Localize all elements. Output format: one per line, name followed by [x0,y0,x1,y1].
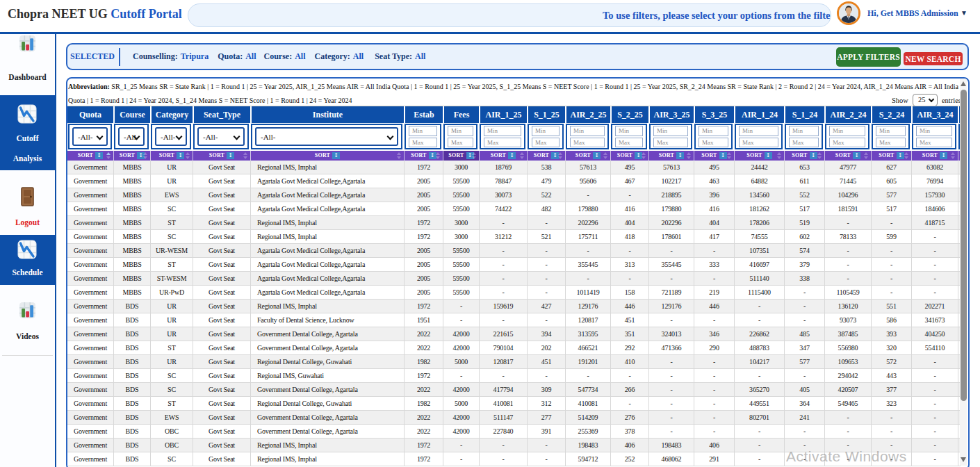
filter-max-input-s_2_25[interactable]: Max [615,138,643,148]
filter-min-input-air_1_25[interactable]: Min [484,126,521,136]
cell-air_3_24: - [911,230,958,244]
cell-s_1_24: - [784,313,824,327]
sort-button-course[interactable]: SORT↕ [113,151,150,161]
cell-s_2_24: 320 [871,341,911,355]
cell-s_2_24: 627 [871,161,911,174]
sort-button-institute[interactable]: SORT↕ [250,151,404,161]
vertical-scrollbar[interactable] [960,79,967,466]
sort-button-estab[interactable]: SORT↕ [404,151,443,161]
cell-air_3_25: - [648,272,694,286]
sidebar-item-dashboard[interactable]: Dashboard [0,34,55,94]
chevron-down-icon[interactable]: ▼ [961,9,967,17]
filter-min-input-s_1_25[interactable]: Min [532,126,560,136]
filter-max-input-estab[interactable]: Max [409,138,437,148]
sidebar-item-schedule[interactable]: Schedule [0,235,55,285]
cell-s_2_25: 158 [610,286,648,300]
cell-fees: 42000 [443,327,479,341]
filter-max-input-s_2_24[interactable]: Max [876,138,906,148]
table-row: GovernmentBDSURGovt SeatRegional Dental … [67,355,961,369]
sort-button-air_3_24[interactable]: SORT↕ [911,151,958,161]
filter-max-input-fees[interactable]: Max [448,138,473,148]
cell-course: BDS [113,355,150,369]
criterion-category: Category:All [315,51,364,62]
sidebar-item-videos[interactable]: Videos [0,300,55,350]
sidebar-item-logout[interactable]: Logout [0,186,55,236]
filter-max-input-s_1_24[interactable]: Max [789,138,819,148]
filter-select-course[interactable]: -All- [118,127,145,146]
sort-button-s_3_25[interactable]: SORT↕ [694,151,734,161]
filter-min-input-s_2_25[interactable]: Min [615,126,643,136]
sort-button-s_2_24[interactable]: SORT↕ [871,151,911,161]
filter-select-quota[interactable]: -All- [72,127,108,146]
filter-select-category[interactable]: -All- [155,127,187,146]
filter-min-input-estab[interactable]: Min [409,126,437,136]
filter-cell-s_1_25: MinMax [527,123,565,151]
sort-button-s_1_25[interactable]: SORT↕ [527,151,565,161]
sort-updown-icon: ↕ [177,152,184,159]
cell-s_1_25: 427 [527,300,565,313]
sort-button-air_1_24[interactable]: SORT↕ [734,151,784,161]
sort-button-quota[interactable]: SORT↕ [67,151,113,161]
activate-windows-watermark: Activate Windows [786,448,907,465]
filter-min-input-fees[interactable]: Min [448,126,473,136]
cell-quota: Government [67,300,113,313]
cell-air_2_24: - [824,244,871,258]
cell-air_3_24: - [911,439,958,452]
sort-button-air_1_25[interactable]: SORT↕ [479,151,527,161]
cell-s_1_24: 611 [784,174,824,188]
sort-updown-icon: ↕ [940,152,947,159]
cell-seat_type: Govt Seat [193,188,250,202]
scroll-up-arrow-icon[interactable] [961,81,966,86]
filter-max-input-s_3_25[interactable]: Max [699,138,728,148]
filter-max-input-air_1_25[interactable]: Max [484,138,521,148]
new-search-button[interactable]: NEW SEARCH [904,52,963,65]
cell-s_1_25: 521 [527,230,565,244]
filter-max-input-air_2_25[interactable]: Max [570,138,605,148]
filter-select-institute[interactable]: -All- [255,127,398,146]
sidebar-item-cutoff-analysis[interactable]: Cutoff Analysis [0,95,55,170]
filter-min-input-s_1_24[interactable]: Min [789,126,819,136]
cell-course: MBBS [113,230,150,244]
sort-button-s_2_25[interactable]: SORT↕ [610,151,648,161]
cell-s_3_25: - [694,244,734,258]
sort-button-air_3_25[interactable]: SORT↕ [648,151,694,161]
page-length-select[interactable]: 25 [913,94,938,106]
cell-seat_type: Govt Seat [193,397,250,411]
cell-s_3_25: - [694,397,734,411]
sort-button-fees[interactable]: SORT↕ [443,151,479,161]
cell-category: SC [150,452,193,466]
cell-estab: 1972 [404,439,443,452]
cell-fees: 42000 [443,341,479,355]
sort-button-air_2_24[interactable]: SORT↕ [824,151,871,161]
cell-air_2_24: 420507 [824,383,871,397]
sort-button-s_1_24[interactable]: SORT↕ [784,151,824,161]
sort-button-category[interactable]: SORT↕ [150,151,193,161]
cell-air_1_24: 511140 [734,272,784,286]
avatar[interactable] [837,1,860,25]
filter-max-input-air_2_24[interactable]: Max [829,138,865,148]
filter-max-input-air_3_25[interactable]: Max [653,138,688,148]
filter-min-input-air_2_25[interactable]: Min [570,126,605,136]
filter-min-input-air_2_24[interactable]: Min [829,126,865,136]
sort-button-air_2_25[interactable]: SORT↕ [565,151,610,161]
sort-button-seat_type[interactable]: SORT↕ [193,151,250,161]
filter-select-seat_type[interactable]: -All- [197,127,245,146]
filter-min-input-s_3_25[interactable]: Min [699,126,728,136]
scrollbar-thumb[interactable] [961,90,967,401]
filter-max-input-air_1_24[interactable]: Max [739,138,778,148]
filter-min-input-air_1_24[interactable]: Min [739,126,778,136]
column-header-air_1_24: AIR_1_24 [734,106,784,123]
apply-filters-button[interactable]: APPLY FILTERS [836,47,901,67]
cell-category: UR [150,355,193,369]
filter-max-input-s_1_25[interactable]: Max [532,138,560,148]
cell-air_1_24: 365270 [734,383,784,397]
user-menu[interactable]: Hi, Get MBBS Admission [867,8,958,19]
filter-max-input-air_3_24[interactable]: Max [916,138,952,148]
cell-air_2_24: 556980 [824,341,871,355]
sort-direction-arrows-icon [727,152,732,159]
scroll-down-arrow-icon[interactable] [961,457,966,462]
filter-min-input-s_2_24[interactable]: Min [876,126,906,136]
cell-s_1_24: - [784,425,824,439]
filter-min-input-air_3_24[interactable]: Min [916,126,952,136]
filter-min-input-air_3_25[interactable]: Min [653,126,688,136]
